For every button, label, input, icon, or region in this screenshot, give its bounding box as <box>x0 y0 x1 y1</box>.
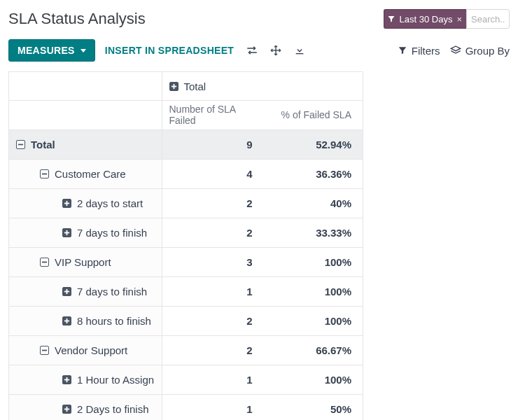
remove-filter-icon[interactable]: × <box>456 14 462 24</box>
cell-pct-failed[interactable]: 33.33% <box>262 218 363 247</box>
funnel-icon <box>387 15 396 23</box>
cell-sla-failed[interactable]: 2 <box>162 335 262 365</box>
cell-pct-failed[interactable]: 50% <box>262 394 363 420</box>
table-row: 2 days to start 2 40% <box>9 188 363 218</box>
plus-icon <box>62 316 71 326</box>
pivot-corner <box>9 72 162 100</box>
table-row: 7 days to finish 1 100% <box>9 276 363 306</box>
table-row: VIP Support 3 100% <box>9 247 363 276</box>
cell-pct-failed[interactable]: 100% <box>262 365 363 394</box>
column-header-sla-failed[interactable]: Number of SLA Failed <box>162 100 262 130</box>
row-label-text: Total <box>31 139 55 150</box>
cell-sla-failed[interactable]: 1 <box>162 394 262 420</box>
measures-button[interactable]: MEASURES <box>8 39 95 62</box>
filters-label: Filters <box>412 45 440 57</box>
cell-sla-failed[interactable]: 1 <box>162 365 262 394</box>
row-label-text: Customer Care <box>55 168 126 180</box>
expand-icon <box>270 45 281 56</box>
cell-sla-failed[interactable]: 2 <box>162 306 262 335</box>
table-row: 2 Days to finish 1 50% <box>9 394 363 420</box>
cell-sla-failed[interactable]: 2 <box>162 218 262 247</box>
column-total-header[interactable]: Total <box>162 72 363 100</box>
cell-sla-failed[interactable]: 2 <box>162 188 262 218</box>
table-row: 8 hours to finish 2 100% <box>9 306 363 335</box>
row-label-text: 2 days to start <box>77 197 143 209</box>
row-header[interactable]: 7 days to finish <box>9 276 162 306</box>
page-title: SLA Status Analysis <box>8 10 146 28</box>
active-filter-chip[interactable]: Last 30 Days × <box>384 9 466 29</box>
minus-icon <box>40 346 49 355</box>
cell-pct-failed[interactable]: 52.94% <box>262 130 363 159</box>
swap-icon <box>246 46 258 55</box>
cell-pct-failed[interactable]: 100% <box>262 276 363 306</box>
plus-icon <box>62 287 71 296</box>
plus-icon <box>62 405 71 414</box>
pivot-table: Total Number of SLA Failed % of Failed S… <box>8 71 363 420</box>
toolbar: MEASURES INSERT IN SPREADSHEET <box>8 39 510 62</box>
column-header-pct-failed[interactable]: % of Failed SLA <box>262 100 363 130</box>
funnel-icon <box>398 46 407 55</box>
row-header-empty <box>9 100 162 130</box>
row-header[interactable]: 1 Hour to Assign <box>9 365 162 394</box>
row-header[interactable]: 7 days to finish <box>9 218 162 247</box>
row-header[interactable]: 2 Days to finish <box>9 394 162 420</box>
layers-icon <box>450 45 461 56</box>
pivot-body: Total 9 52.94% Customer Care 4 36.36% 2 … <box>9 130 363 420</box>
groupby-label: Group By <box>465 45 510 57</box>
toolbar-right: Filters Group By <box>398 45 510 57</box>
plus-icon <box>62 228 71 237</box>
table-row: Customer Care 4 36.36% <box>9 159 363 188</box>
row-label-text: VIP Support <box>55 256 111 268</box>
toolbar-left: MEASURES INSERT IN SPREADSHEET <box>8 39 308 62</box>
svg-marker-5 <box>451 46 460 51</box>
svg-rect-4 <box>296 53 304 54</box>
row-header[interactable]: 8 hours to finish <box>9 306 162 335</box>
row-label-text: 2 Days to finish <box>77 403 149 415</box>
search-input[interactable] <box>466 9 510 29</box>
download-icon <box>294 45 305 56</box>
minus-icon <box>16 140 25 149</box>
minus-icon <box>40 258 49 267</box>
header-row: SLA Status Analysis Last 30 Days × <box>8 7 510 31</box>
download-button[interactable] <box>291 42 308 59</box>
insert-spreadsheet-button[interactable]: INSERT IN SPREADSHEET <box>102 41 237 60</box>
row-header[interactable]: Total <box>9 130 162 159</box>
cell-sla-failed[interactable]: 1 <box>162 276 262 306</box>
table-row: Vendor Support 2 66.67% <box>9 335 363 365</box>
plus-icon <box>62 375 71 384</box>
row-label-text: 8 hours to finish <box>77 315 151 327</box>
column-total-label: Total <box>184 80 206 92</box>
row-label-text: Vendor Support <box>55 344 127 356</box>
caret-down-icon <box>80 49 86 52</box>
row-label-text: 7 days to finish <box>77 286 147 298</box>
cell-sla-failed[interactable]: 4 <box>162 159 262 188</box>
row-header[interactable]: VIP Support <box>9 247 162 276</box>
cell-pct-failed[interactable]: 40% <box>262 188 363 218</box>
cell-pct-failed[interactable]: 100% <box>262 247 363 276</box>
row-header[interactable]: 2 days to start <box>9 188 162 218</box>
groupby-button[interactable]: Group By <box>450 45 510 57</box>
search-filter-group: Last 30 Days × <box>384 8 510 29</box>
filters-button[interactable]: Filters <box>398 45 440 57</box>
table-row: 7 days to finish 2 33.33% <box>9 218 363 247</box>
plus-icon <box>169 82 178 91</box>
cell-sla-failed[interactable]: 9 <box>162 130 262 159</box>
cell-pct-failed[interactable]: 36.36% <box>262 159 363 188</box>
active-filter-label: Last 30 Days <box>400 14 453 24</box>
plus-icon <box>62 199 71 208</box>
table-row: Total 9 52.94% <box>9 130 363 159</box>
row-header[interactable]: Vendor Support <box>9 335 162 365</box>
row-header[interactable]: Customer Care <box>9 159 162 188</box>
row-label-text: 1 Hour to Assign <box>77 374 154 386</box>
expand-button[interactable] <box>267 42 284 59</box>
cell-pct-failed[interactable]: 100% <box>262 306 363 335</box>
cell-pct-failed[interactable]: 66.67% <box>262 335 363 365</box>
measures-label: MEASURES <box>18 45 75 56</box>
table-row: 1 Hour to Assign 1 100% <box>9 365 363 394</box>
flip-axis-button[interactable] <box>244 42 260 59</box>
minus-icon <box>40 169 49 178</box>
cell-sla-failed[interactable]: 3 <box>162 247 262 276</box>
row-label-text: 7 days to finish <box>77 227 147 239</box>
